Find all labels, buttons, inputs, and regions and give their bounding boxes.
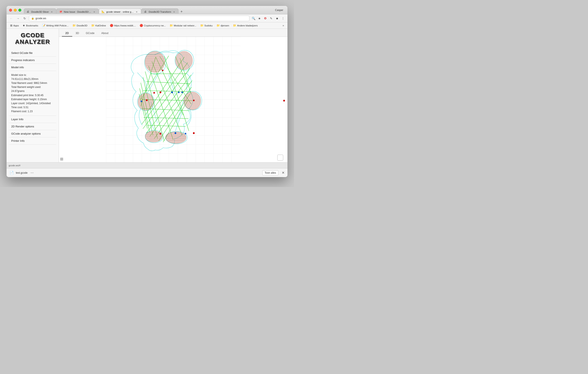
bookmark-label: djensen (221, 24, 229, 27)
viewer-tab-3d[interactable]: 3D (72, 30, 83, 37)
model-size-label: Model size is: (11, 73, 54, 77)
close-button[interactable] (9, 9, 12, 12)
bookmark-bm5[interactable]: 📁KalOnline (90, 23, 107, 28)
menu-2d-render-options[interactable]: 2D Render options (9, 123, 56, 130)
menu-model-info[interactable]: Model info (9, 64, 56, 71)
menu-icon[interactable]: ⋮ (281, 16, 285, 21)
tab-close-button[interactable]: ✕ (93, 10, 96, 13)
svg-point-70 (153, 92, 155, 93)
toon-alles-button[interactable]: Toon alles (262, 170, 278, 175)
tab-tab1[interactable]: 🖨 Doodle3D Transform ✕ (141, 9, 178, 13)
menu-printer-info[interactable]: Printer Info (9, 137, 56, 145)
bookmark-icon: 🔴 (110, 24, 113, 27)
tab-tab4[interactable]: 📐 gcode viewer - online gcode v... ✕ (99, 9, 141, 13)
svg-point-80 (178, 92, 179, 93)
svg-point-79 (162, 70, 163, 71)
tab-close-button[interactable]: ✕ (50, 10, 53, 13)
bookmark-bm6[interactable]: 🔴https://www.reddit.... (108, 23, 137, 28)
new-tab-button[interactable]: + (179, 9, 184, 13)
bookmark-label: Modular rail networ... (174, 24, 196, 27)
bookmark-bm11[interactable]: 📁Andere bladwijzers (231, 23, 259, 28)
reload-button[interactable]: ↻ (22, 16, 27, 21)
bookmark-star-icon[interactable]: ★ (257, 16, 262, 21)
bookmark-label: Andere bladwijzers (237, 24, 258, 27)
viewer-tabs: 2D3DGCodeAbout (59, 29, 287, 37)
bookmark-icon: 📝 (42, 24, 45, 27)
vertical-scroll-handle[interactable] (277, 155, 283, 160)
bookmark-icon: 📁 (200, 24, 204, 27)
url-text: gcode.ws (35, 17, 46, 20)
bookmark-icon: 📁 (233, 24, 236, 27)
lock-icon: 🔒 (31, 17, 34, 20)
status-url: gcode.ws/# (9, 164, 21, 167)
minimize-button[interactable] (14, 9, 17, 12)
bookmark-icon: 📁 (170, 24, 173, 27)
menu-progress-indicators[interactable]: Progress indicators (9, 57, 56, 64)
svg-point-44 (176, 51, 193, 70)
tab-close-button[interactable]: ✕ (135, 10, 138, 13)
logo-text: GCODE ANALYZER (9, 32, 56, 45)
viewer-tab-2d[interactable]: 2D (62, 30, 72, 37)
tabs-bar: 🖨 Doodle3D Slicer ✕ 🐙 New Issue · Doodle… (24, 7, 275, 13)
bookmark-bm10[interactable]: 📁djensen (215, 23, 231, 28)
horizontal-scroll-handle[interactable] (60, 158, 63, 160)
content-area: GCODE ANALYZER Select GCode file Progres… (7, 29, 287, 162)
menu-layer-info[interactable]: Layer Info (9, 116, 56, 123)
canvas-area[interactable] (59, 37, 287, 162)
forward-button[interactable]: → (15, 16, 21, 21)
bookmark-bm8[interactable]: 📁Modular rail networ... (168, 23, 198, 28)
tab-favicon: 🖨 (144, 10, 147, 13)
bookmark-label: KalOnline (95, 24, 106, 27)
status-bar: gcode.ws/# (7, 162, 287, 168)
bookmark-label: Doodle3D (77, 24, 87, 27)
filament-weight-value: 24.67grams (11, 89, 54, 93)
bookmark-bm4[interactable]: 📁Doodle3D (71, 23, 89, 28)
time-cost-label: Time cost: 5.51 (11, 106, 54, 109)
layer-height-label: Estimated layer height: 0.15mm (11, 97, 54, 101)
bookmark-bm3[interactable]: 📝Writing IAM Policie... (41, 23, 70, 28)
menu-gcode-analyzer-options[interactable]: GCode analyzer options (9, 130, 56, 137)
model-info-block: Model size is: 74.61x111.68x21.00mm Tota… (9, 71, 56, 116)
download-close-button[interactable]: ✕ (282, 171, 284, 175)
gcode-visualization (59, 37, 287, 162)
extensions-icon[interactable]: ■ (275, 16, 279, 21)
print-time-label: Estimated print time: 5:30:45 (11, 93, 54, 97)
tab-title: New Issue · Doodle3D/Doodle... (64, 11, 91, 13)
back-button[interactable]: ← (9, 16, 14, 21)
filament-weight-label: Total filament weight used: (11, 85, 54, 89)
menu-select-gcode[interactable]: Select GCode file (9, 49, 56, 57)
svg-point-75 (159, 133, 161, 134)
bookmark-bm2[interactable]: ★Bookmarks (21, 23, 40, 28)
bookmark-bm9[interactable]: 📁Sudoku (199, 23, 214, 28)
bookmark-bm1[interactable]: ⊞Apps (9, 23, 20, 28)
logo-area: GCODE ANALYZER (9, 32, 56, 45)
bookmarks-bar: ⊞Apps★Bookmarks📝Writing IAM Policie...📁D… (7, 22, 287, 29)
bookmark-icon: 📁 (73, 24, 76, 27)
tab-tab3[interactable]: 🐙 New Issue · Doodle3D/Doodle... ✕ (56, 9, 99, 13)
nav-bar: ← → ↻ 🔒 gcode.ws 🔍 ★ O ✎ ■ ⋮ (7, 14, 287, 22)
viewer-tab-gcode[interactable]: GCode (82, 30, 98, 37)
bookmark-bm7[interactable]: 🔴Cryptocurrency ne... (138, 23, 167, 28)
user-label: Casper (275, 9, 285, 12)
tab-close-button[interactable]: ✕ (172, 10, 176, 13)
address-bar[interactable]: 🔒 gcode.ws (29, 16, 249, 21)
bookmark-label: https://www.reddit.... (114, 24, 136, 27)
svg-point-45 (138, 93, 154, 110)
tab-tab2[interactable]: 🖨 Doodle3D Slicer ✕ (24, 9, 56, 13)
search-icon[interactable]: 🔍 (251, 16, 256, 21)
download-more-button[interactable]: ··· (30, 171, 34, 175)
pen-icon[interactable]: ✎ (269, 16, 273, 21)
tab-title: Doodle3D Transform (149, 11, 171, 13)
tab-favicon: 📐 (102, 10, 105, 13)
opera-icon[interactable]: O (263, 16, 268, 21)
model-size-value: 74.61x111.68x21.00mm (11, 77, 54, 81)
maximize-button[interactable] (18, 9, 21, 12)
download-filename: test.gcode (16, 171, 27, 174)
svg-point-78 (193, 100, 195, 101)
bookmarks-more[interactable]: » (281, 23, 285, 28)
bookmark-label: Sudoku (204, 24, 213, 27)
bookmark-icon: 📁 (91, 24, 94, 27)
viewer-tab-about[interactable]: About (98, 30, 112, 37)
svg-point-76 (146, 99, 148, 101)
bookmark-label: Writing IAM Policie... (46, 24, 69, 27)
